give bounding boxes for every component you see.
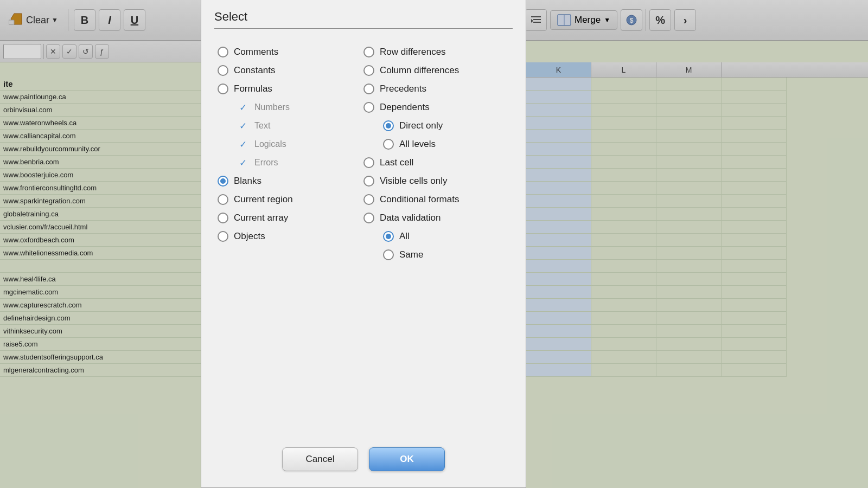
all-levels-radio[interactable] bbox=[383, 139, 394, 150]
current-region-option[interactable]: Current region bbox=[218, 190, 363, 209]
current-array-radio[interactable] bbox=[218, 213, 228, 223]
data-validation-label: Data validation bbox=[380, 213, 441, 223]
text-label: Text bbox=[254, 121, 270, 131]
visible-cells-option[interactable]: Visible cells only bbox=[363, 172, 509, 190]
comments-radio[interactable] bbox=[218, 47, 228, 57]
dialog-columns: Comments Constants Formulas ✓ Numbers bbox=[218, 43, 509, 264]
current-array-option[interactable]: Current array bbox=[218, 209, 363, 227]
row-differences-option[interactable]: Row differences bbox=[363, 43, 509, 61]
current-array-label: Current array bbox=[234, 213, 288, 223]
constants-option[interactable]: Constants bbox=[218, 61, 363, 80]
col-differences-label: Column differences bbox=[380, 65, 459, 76]
numbers-checkbox-row[interactable]: ✓ Numbers bbox=[237, 98, 363, 117]
formulas-label: Formulas bbox=[234, 84, 272, 94]
text-checkbox[interactable]: ✓ bbox=[237, 120, 249, 132]
last-cell-label: Last cell bbox=[380, 157, 413, 168]
comments-option[interactable]: Comments bbox=[218, 43, 363, 61]
conditional-formats-radio[interactable] bbox=[363, 194, 374, 205]
dialog-right-column: Row differences Column differences Prece… bbox=[363, 43, 509, 264]
objects-label: Objects bbox=[234, 231, 265, 242]
row-differences-radio[interactable] bbox=[363, 47, 374, 57]
last-cell-option[interactable]: Last cell bbox=[363, 153, 509, 172]
logicals-checkbox-row[interactable]: ✓ Logicals bbox=[237, 135, 363, 153]
blanks-label: Blanks bbox=[234, 176, 261, 187]
errors-checkbox-row[interactable]: ✓ Errors bbox=[237, 153, 363, 172]
all-option[interactable]: All bbox=[383, 227, 509, 246]
numbers-label: Numbers bbox=[254, 102, 290, 112]
visible-cells-label: Visible cells only bbox=[380, 176, 447, 187]
ok-button[interactable]: OK bbox=[369, 447, 445, 471]
cancel-button[interactable]: Cancel bbox=[282, 447, 358, 471]
errors-label: Errors bbox=[254, 158, 278, 168]
dependents-label: Dependents bbox=[380, 102, 430, 113]
select-dialog: Select Comments Constants Formulas bbox=[201, 0, 526, 488]
data-validation-radio[interactable] bbox=[363, 213, 374, 223]
constants-radio[interactable] bbox=[218, 65, 228, 76]
dialog-left-column: Comments Constants Formulas ✓ Numbers bbox=[218, 43, 363, 264]
direct-only-label: Direct only bbox=[399, 120, 443, 131]
precedents-subgroup: Direct only All levels bbox=[363, 117, 509, 153]
comments-label: Comments bbox=[234, 47, 278, 57]
dialog-title: Select bbox=[214, 10, 513, 29]
numbers-checkbox[interactable]: ✓ bbox=[237, 101, 249, 113]
formulas-radio[interactable] bbox=[218, 84, 228, 94]
validation-subgroup: All Same bbox=[363, 227, 509, 264]
direct-only-option[interactable]: Direct only bbox=[383, 117, 509, 135]
logicals-label: Logicals bbox=[254, 139, 286, 149]
data-validation-option[interactable]: Data validation bbox=[363, 209, 509, 227]
precedents-label: Precedents bbox=[380, 84, 426, 94]
dependents-radio[interactable] bbox=[363, 102, 374, 113]
objects-option[interactable]: Objects bbox=[218, 227, 363, 246]
last-cell-radio[interactable] bbox=[363, 157, 374, 168]
text-checkbox-row[interactable]: ✓ Text bbox=[237, 117, 363, 135]
logicals-checkbox[interactable]: ✓ bbox=[237, 138, 249, 150]
same-radio[interactable] bbox=[383, 249, 394, 260]
dependents-option[interactable]: Dependents bbox=[363, 98, 509, 117]
objects-radio[interactable] bbox=[218, 231, 228, 242]
row-differences-label: Row differences bbox=[380, 47, 446, 57]
formulas-subgroup: ✓ Numbers ✓ Text ✓ Logicals ✓ Errors bbox=[218, 98, 363, 172]
dialog-content: Comments Constants Formulas ✓ Numbers bbox=[201, 34, 526, 273]
current-region-label: Current region bbox=[234, 194, 293, 205]
all-levels-label: All levels bbox=[399, 139, 436, 150]
all-radio[interactable] bbox=[383, 231, 394, 242]
col-differences-radio[interactable] bbox=[363, 65, 374, 76]
same-label: Same bbox=[399, 249, 423, 260]
col-differences-option[interactable]: Column differences bbox=[363, 61, 509, 80]
dialog-buttons: Cancel OK bbox=[201, 447, 526, 471]
current-region-radio[interactable] bbox=[218, 194, 228, 205]
blanks-option[interactable]: Blanks bbox=[218, 172, 363, 190]
all-label: All bbox=[399, 231, 410, 242]
blanks-radio[interactable] bbox=[218, 176, 228, 187]
precedents-radio[interactable] bbox=[363, 84, 374, 94]
precedents-option[interactable]: Precedents bbox=[363, 80, 509, 98]
all-levels-option[interactable]: All levels bbox=[383, 135, 509, 153]
same-option[interactable]: Same bbox=[383, 246, 509, 264]
conditional-formats-label: Conditional formats bbox=[380, 194, 459, 205]
dialog-title-bar: Select bbox=[201, 0, 526, 34]
errors-checkbox[interactable]: ✓ bbox=[237, 157, 249, 169]
formulas-option[interactable]: Formulas bbox=[218, 80, 363, 98]
visible-cells-radio[interactable] bbox=[363, 176, 374, 187]
conditional-formats-option[interactable]: Conditional formats bbox=[363, 190, 509, 209]
constants-label: Constants bbox=[234, 65, 276, 76]
direct-only-radio[interactable] bbox=[383, 120, 394, 131]
